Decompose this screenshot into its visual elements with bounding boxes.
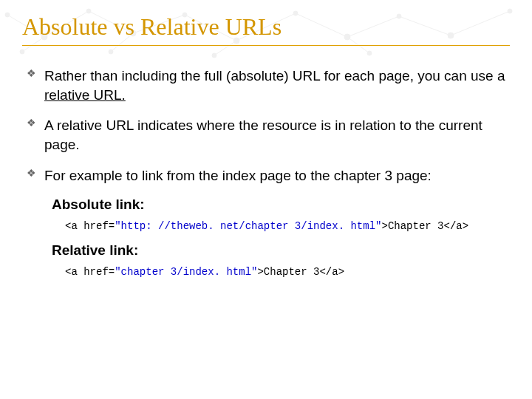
- absolute-link-code: <a href="http: //theweb. net/chapter 3/i…: [65, 220, 510, 232]
- bullet-list: Rather than including the full (absolute…: [22, 66, 510, 185]
- code-tag: <a href=: [65, 220, 115, 232]
- code-tag: >Chapter 3</a>: [257, 266, 344, 278]
- bullet-item: Rather than including the full (absolute…: [22, 66, 510, 104]
- absolute-link-label: Absolute link:: [52, 197, 510, 213]
- bullet-text-underlined: relative URL.: [44, 87, 126, 103]
- slide-title: Absolute vs Relative URLs: [22, 13, 510, 41]
- bullet-text: For example to link from the index page …: [44, 168, 432, 183]
- title-underline: Absolute vs Relative URLs: [22, 13, 510, 46]
- code-tag: <a href=: [65, 266, 115, 278]
- bullet-item: For example to link from the index page …: [22, 166, 510, 185]
- bullet-text: A relative URL indicates where the resou…: [44, 117, 482, 152]
- example-block: Absolute link: <a href="http: //theweb. …: [52, 197, 510, 278]
- bullet-item: A relative URL indicates where the resou…: [22, 116, 510, 154]
- relative-link-label: Relative link:: [52, 242, 510, 259]
- code-string: "chapter 3/index. html": [115, 266, 257, 278]
- code-string: "http: //theweb. net/chapter 3/index. ht…: [115, 220, 381, 232]
- code-tag: >Chapter 3</a>: [381, 220, 468, 232]
- relative-link-code: <a href="chapter 3/index. html">Chapter …: [65, 266, 510, 278]
- slide: Absolute vs Relative URLs Rather than in…: [0, 0, 532, 399]
- bullet-text: Rather than including the full (absolute…: [44, 68, 505, 83]
